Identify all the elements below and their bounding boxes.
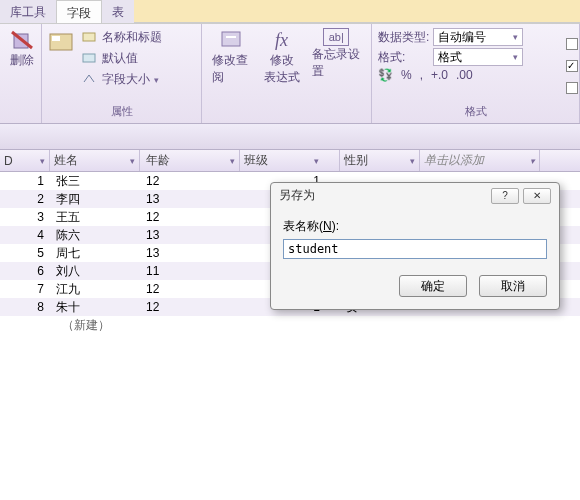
data-type-value: 自动编号 xyxy=(438,29,486,46)
cell-age[interactable]: 12 xyxy=(140,174,240,188)
checkbox-3[interactable] xyxy=(566,82,578,94)
group-label-empty xyxy=(6,105,35,121)
col-header-name[interactable]: 姓名▾ xyxy=(50,150,140,171)
chevron-down-icon: ▾ xyxy=(230,156,235,166)
format-value: 格式 xyxy=(438,49,462,66)
modify-lookup-button[interactable]: 修改查阅 xyxy=(208,26,256,88)
checkbox-1[interactable] xyxy=(566,38,578,50)
chevron-down-icon: ▾ xyxy=(40,156,45,166)
cell-age[interactable]: 12 xyxy=(140,210,240,224)
dialog-help-button[interactable]: ? xyxy=(491,188,519,204)
chevron-down-icon: ▾ xyxy=(410,156,415,166)
cell-name[interactable]: 陈六 xyxy=(50,227,140,244)
cell-age[interactable]: 13 xyxy=(140,192,240,206)
ok-button[interactable]: 确定 xyxy=(399,275,467,297)
cell-age[interactable]: 13 xyxy=(140,228,240,242)
checkbox-2[interactable] xyxy=(566,60,578,72)
cancel-button[interactable]: 取消 xyxy=(479,275,547,297)
new-row[interactable]: （新建） xyxy=(0,316,580,334)
modify-expression-label: 修改 表达式 xyxy=(264,52,300,86)
col-header-age[interactable]: 年龄▾ xyxy=(140,150,240,171)
cell-id[interactable]: 8 xyxy=(0,300,50,314)
table-name-label: 表名称(N): xyxy=(283,218,547,235)
cell-age[interactable]: 12 xyxy=(140,300,240,314)
memo-settings-label: 备忘录设置 xyxy=(312,46,361,80)
ribbon: 删除 名称和标题 默认值 字段大小 ▾ xyxy=(0,24,580,124)
chevron-down-icon: ▾ xyxy=(530,156,535,166)
cell-name[interactable]: 刘八 xyxy=(50,263,140,280)
chevron-down-icon: ▾ xyxy=(314,156,319,166)
dialog-close-button[interactable]: ✕ xyxy=(523,188,551,204)
memo-icon: ab| xyxy=(323,28,349,46)
new-row-label: （新建） xyxy=(50,317,116,334)
name-caption-button[interactable]: 名称和标题 xyxy=(80,28,164,47)
properties-icon xyxy=(48,30,76,58)
size-icon xyxy=(82,72,98,88)
svg-rect-5 xyxy=(83,54,95,62)
delete-label: 删除 xyxy=(10,52,34,69)
cell-name[interactable]: 王五 xyxy=(50,209,140,226)
col-header-id[interactable]: D▾ xyxy=(0,150,50,171)
right-checkbox-strip xyxy=(566,24,580,94)
cell-name[interactable]: 朱十 xyxy=(50,299,140,316)
grid-header-row: D▾ 姓名▾ 年龄▾ 班级▾ 性别▾ 单击以添加▾ xyxy=(0,150,580,172)
cell-age[interactable]: 13 xyxy=(140,246,240,260)
modify-lookup-label: 修改查阅 xyxy=(212,52,252,86)
format-combo[interactable]: 格式 ▾ xyxy=(433,48,523,66)
increase-decimal-button[interactable]: +.0 xyxy=(431,68,448,82)
cell-age[interactable]: 12 xyxy=(140,282,240,296)
tab-highlight-area xyxy=(134,0,580,23)
chevron-down-icon: ▾ xyxy=(513,32,518,42)
chevron-down-icon: ▾ xyxy=(154,75,159,85)
cell-id[interactable]: 3 xyxy=(0,210,50,224)
cell-name[interactable]: 李四 xyxy=(50,191,140,208)
data-type-combo[interactable]: 自动编号 ▾ xyxy=(433,28,523,46)
format-label: 格式: xyxy=(378,49,429,66)
currency-button[interactable]: 💱 xyxy=(378,68,393,82)
group-label-properties: 属性 xyxy=(48,102,195,121)
comma-button[interactable]: , xyxy=(420,68,423,82)
svg-rect-6 xyxy=(222,32,240,46)
col-header-gender[interactable]: 性别▾ xyxy=(340,150,420,171)
chevron-down-icon: ▾ xyxy=(513,52,518,62)
cell-name[interactable]: 张三 xyxy=(50,173,140,190)
percent-button[interactable]: % xyxy=(401,68,412,82)
datasheet-tab-bar xyxy=(0,124,580,150)
group-label-tools xyxy=(208,105,365,121)
svg-rect-4 xyxy=(83,33,95,41)
tab-fields[interactable]: 字段 xyxy=(56,0,102,23)
cell-id[interactable]: 7 xyxy=(0,282,50,296)
delete-button[interactable]: 删除 xyxy=(6,26,38,71)
tab-table[interactable]: 表 xyxy=(102,0,134,23)
lookup-icon xyxy=(220,28,244,52)
context-tabs: 库工具 字段 表 xyxy=(0,0,580,24)
cell-id[interactable]: 2 xyxy=(0,192,50,206)
cell-age[interactable]: 11 xyxy=(140,264,240,278)
default-value-button[interactable]: 默认值 xyxy=(80,49,164,68)
modify-expression-button[interactable]: fx 修改 表达式 xyxy=(260,26,304,88)
dialog-titlebar[interactable]: 另存为 ? ✕ xyxy=(271,183,559,208)
tab-db-tools[interactable]: 库工具 xyxy=(0,0,56,23)
delete-icon xyxy=(10,28,34,52)
decrease-decimal-button[interactable]: .00 xyxy=(456,68,473,82)
default-icon xyxy=(82,51,98,67)
table-name-input[interactable] xyxy=(283,239,547,259)
name-caption-label: 名称和标题 xyxy=(102,29,162,46)
dialog-title: 另存为 xyxy=(279,187,491,204)
save-as-dialog: 另存为 ? ✕ 表名称(N): 确定 取消 xyxy=(270,182,560,310)
cell-id[interactable]: 6 xyxy=(0,264,50,278)
svg-rect-3 xyxy=(52,36,60,41)
cell-id[interactable]: 4 xyxy=(0,228,50,242)
field-size-button[interactable]: 字段大小 ▾ xyxy=(80,70,164,89)
col-header-add[interactable]: 单击以添加▾ xyxy=(420,150,540,171)
cell-name[interactable]: 周七 xyxy=(50,245,140,262)
group-label-format: 格式 xyxy=(378,102,573,121)
cell-id[interactable]: 1 xyxy=(0,174,50,188)
memo-settings-button[interactable]: ab| 备忘录设置 xyxy=(308,26,365,82)
cell-name[interactable]: 江九 xyxy=(50,281,140,298)
svg-rect-7 xyxy=(226,36,236,38)
cell-id[interactable]: 5 xyxy=(0,246,50,260)
field-size-label: 字段大小 xyxy=(102,71,150,88)
col-header-class[interactable]: 班级▾ xyxy=(240,150,340,171)
tag-icon xyxy=(82,30,98,46)
